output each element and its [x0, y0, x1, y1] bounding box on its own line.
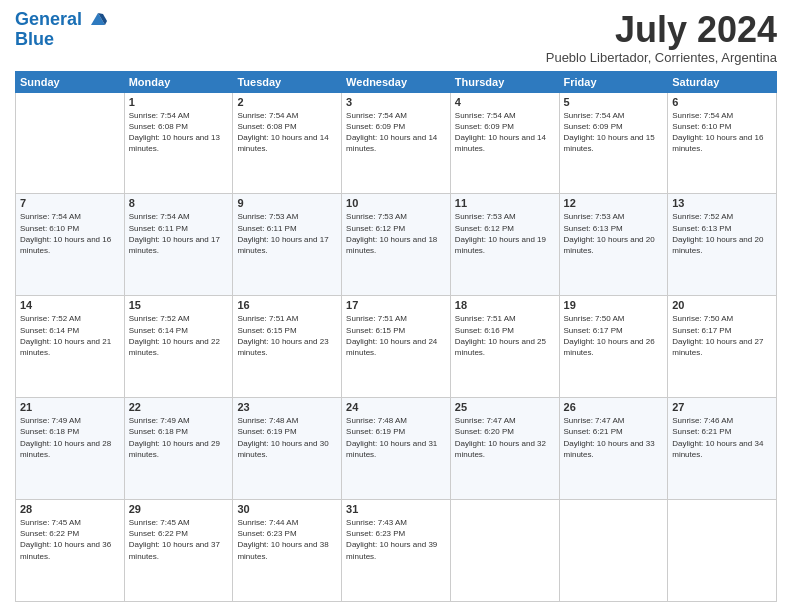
day-number: 13	[672, 197, 772, 209]
col-header-thursday: Thursday	[450, 71, 559, 92]
day-cell: 26Sunrise: 7:47 AMSunset: 6:21 PMDayligh…	[559, 398, 668, 500]
day-info: Sunrise: 7:50 AMSunset: 6:17 PMDaylight:…	[672, 313, 772, 358]
day-cell: 30Sunrise: 7:44 AMSunset: 6:23 PMDayligh…	[233, 500, 342, 602]
day-cell: 24Sunrise: 7:48 AMSunset: 6:19 PMDayligh…	[342, 398, 451, 500]
day-info: Sunrise: 7:54 AMSunset: 6:09 PMDaylight:…	[564, 110, 664, 155]
day-cell: 22Sunrise: 7:49 AMSunset: 6:18 PMDayligh…	[124, 398, 233, 500]
day-number: 4	[455, 96, 555, 108]
day-cell: 1Sunrise: 7:54 AMSunset: 6:08 PMDaylight…	[124, 92, 233, 194]
day-number: 26	[564, 401, 664, 413]
day-info: Sunrise: 7:46 AMSunset: 6:21 PMDaylight:…	[672, 415, 772, 460]
day-number: 27	[672, 401, 772, 413]
day-number: 22	[129, 401, 229, 413]
day-number: 12	[564, 197, 664, 209]
logo-text: General	[15, 10, 107, 30]
day-cell	[559, 500, 668, 602]
day-info: Sunrise: 7:47 AMSunset: 6:20 PMDaylight:…	[455, 415, 555, 460]
day-cell: 27Sunrise: 7:46 AMSunset: 6:21 PMDayligh…	[668, 398, 777, 500]
day-cell: 20Sunrise: 7:50 AMSunset: 6:17 PMDayligh…	[668, 296, 777, 398]
day-info: Sunrise: 7:45 AMSunset: 6:22 PMDaylight:…	[129, 517, 229, 562]
day-cell: 13Sunrise: 7:52 AMSunset: 6:13 PMDayligh…	[668, 194, 777, 296]
day-info: Sunrise: 7:53 AMSunset: 6:13 PMDaylight:…	[564, 211, 664, 256]
day-number: 9	[237, 197, 337, 209]
day-cell: 25Sunrise: 7:47 AMSunset: 6:20 PMDayligh…	[450, 398, 559, 500]
day-number: 3	[346, 96, 446, 108]
day-number: 30	[237, 503, 337, 515]
day-number: 20	[672, 299, 772, 311]
col-header-wednesday: Wednesday	[342, 71, 451, 92]
day-info: Sunrise: 7:54 AMSunset: 6:11 PMDaylight:…	[129, 211, 229, 256]
day-cell: 18Sunrise: 7:51 AMSunset: 6:16 PMDayligh…	[450, 296, 559, 398]
day-info: Sunrise: 7:53 AMSunset: 6:11 PMDaylight:…	[237, 211, 337, 256]
col-header-saturday: Saturday	[668, 71, 777, 92]
day-cell: 14Sunrise: 7:52 AMSunset: 6:14 PMDayligh…	[16, 296, 125, 398]
day-number: 21	[20, 401, 120, 413]
day-number: 2	[237, 96, 337, 108]
day-cell: 23Sunrise: 7:48 AMSunset: 6:19 PMDayligh…	[233, 398, 342, 500]
day-number: 29	[129, 503, 229, 515]
day-cell: 4Sunrise: 7:54 AMSunset: 6:09 PMDaylight…	[450, 92, 559, 194]
day-info: Sunrise: 7:54 AMSunset: 6:09 PMDaylight:…	[346, 110, 446, 155]
day-number: 28	[20, 503, 120, 515]
day-cell: 8Sunrise: 7:54 AMSunset: 6:11 PMDaylight…	[124, 194, 233, 296]
day-cell: 17Sunrise: 7:51 AMSunset: 6:15 PMDayligh…	[342, 296, 451, 398]
month-year: July 2024	[546, 10, 777, 50]
calendar-header-row: SundayMondayTuesdayWednesdayThursdayFrid…	[16, 71, 777, 92]
day-cell: 11Sunrise: 7:53 AMSunset: 6:12 PMDayligh…	[450, 194, 559, 296]
day-cell: 19Sunrise: 7:50 AMSunset: 6:17 PMDayligh…	[559, 296, 668, 398]
day-info: Sunrise: 7:54 AMSunset: 6:10 PMDaylight:…	[672, 110, 772, 155]
week-row-1: 7Sunrise: 7:54 AMSunset: 6:10 PMDaylight…	[16, 194, 777, 296]
week-row-3: 21Sunrise: 7:49 AMSunset: 6:18 PMDayligh…	[16, 398, 777, 500]
day-number: 11	[455, 197, 555, 209]
day-number: 25	[455, 401, 555, 413]
day-number: 16	[237, 299, 337, 311]
day-info: Sunrise: 7:54 AMSunset: 6:08 PMDaylight:…	[129, 110, 229, 155]
day-info: Sunrise: 7:53 AMSunset: 6:12 PMDaylight:…	[346, 211, 446, 256]
day-info: Sunrise: 7:48 AMSunset: 6:19 PMDaylight:…	[237, 415, 337, 460]
day-number: 31	[346, 503, 446, 515]
day-cell: 9Sunrise: 7:53 AMSunset: 6:11 PMDaylight…	[233, 194, 342, 296]
day-info: Sunrise: 7:52 AMSunset: 6:14 PMDaylight:…	[129, 313, 229, 358]
day-info: Sunrise: 7:51 AMSunset: 6:15 PMDaylight:…	[346, 313, 446, 358]
day-cell: 21Sunrise: 7:49 AMSunset: 6:18 PMDayligh…	[16, 398, 125, 500]
day-cell: 5Sunrise: 7:54 AMSunset: 6:09 PMDaylight…	[559, 92, 668, 194]
day-cell: 7Sunrise: 7:54 AMSunset: 6:10 PMDaylight…	[16, 194, 125, 296]
day-cell	[16, 92, 125, 194]
day-cell	[668, 500, 777, 602]
day-cell: 16Sunrise: 7:51 AMSunset: 6:15 PMDayligh…	[233, 296, 342, 398]
week-row-2: 14Sunrise: 7:52 AMSunset: 6:14 PMDayligh…	[16, 296, 777, 398]
day-info: Sunrise: 7:54 AMSunset: 6:08 PMDaylight:…	[237, 110, 337, 155]
day-number: 18	[455, 299, 555, 311]
day-info: Sunrise: 7:51 AMSunset: 6:15 PMDaylight:…	[237, 313, 337, 358]
day-number: 23	[237, 401, 337, 413]
day-info: Sunrise: 7:43 AMSunset: 6:23 PMDaylight:…	[346, 517, 446, 562]
day-info: Sunrise: 7:44 AMSunset: 6:23 PMDaylight:…	[237, 517, 337, 562]
day-info: Sunrise: 7:53 AMSunset: 6:12 PMDaylight:…	[455, 211, 555, 256]
day-info: Sunrise: 7:48 AMSunset: 6:19 PMDaylight:…	[346, 415, 446, 460]
day-number: 17	[346, 299, 446, 311]
day-info: Sunrise: 7:52 AMSunset: 6:14 PMDaylight:…	[20, 313, 120, 358]
col-header-friday: Friday	[559, 71, 668, 92]
day-cell: 28Sunrise: 7:45 AMSunset: 6:22 PMDayligh…	[16, 500, 125, 602]
col-header-sunday: Sunday	[16, 71, 125, 92]
day-cell: 15Sunrise: 7:52 AMSunset: 6:14 PMDayligh…	[124, 296, 233, 398]
day-cell: 3Sunrise: 7:54 AMSunset: 6:09 PMDaylight…	[342, 92, 451, 194]
col-header-monday: Monday	[124, 71, 233, 92]
logo-general: General	[15, 9, 82, 29]
logo: General Blue	[15, 10, 107, 50]
day-cell: 2Sunrise: 7:54 AMSunset: 6:08 PMDaylight…	[233, 92, 342, 194]
week-row-0: 1Sunrise: 7:54 AMSunset: 6:08 PMDaylight…	[16, 92, 777, 194]
logo-blue: Blue	[15, 30, 107, 50]
day-info: Sunrise: 7:47 AMSunset: 6:21 PMDaylight:…	[564, 415, 664, 460]
day-cell: 29Sunrise: 7:45 AMSunset: 6:22 PMDayligh…	[124, 500, 233, 602]
day-info: Sunrise: 7:50 AMSunset: 6:17 PMDaylight:…	[564, 313, 664, 358]
day-number: 15	[129, 299, 229, 311]
col-header-tuesday: Tuesday	[233, 71, 342, 92]
day-number: 7	[20, 197, 120, 209]
day-info: Sunrise: 7:49 AMSunset: 6:18 PMDaylight:…	[129, 415, 229, 460]
day-number: 14	[20, 299, 120, 311]
day-info: Sunrise: 7:54 AMSunset: 6:09 PMDaylight:…	[455, 110, 555, 155]
day-info: Sunrise: 7:51 AMSunset: 6:16 PMDaylight:…	[455, 313, 555, 358]
calendar-table: SundayMondayTuesdayWednesdayThursdayFrid…	[15, 71, 777, 602]
header: General Blue July 2024 Pueblo Libertador…	[15, 10, 777, 65]
